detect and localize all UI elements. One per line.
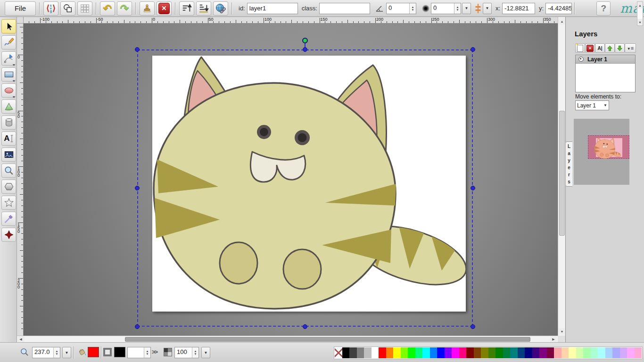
text-tool-button[interactable]: A — [1, 132, 16, 146]
path-tool-button[interactable] — [1, 51, 16, 66]
edit-source-button[interactable]: ⟨svg⟩ — [43, 1, 58, 16]
palette-swatch[interactable] — [393, 347, 401, 358]
panel-scroll-up-button[interactable]: ▲ — [637, 2, 643, 8]
align-dropdown-button[interactable]: ▼ — [483, 3, 492, 14]
palette-swatch[interactable] — [415, 347, 423, 358]
palette-swatch[interactable] — [452, 347, 459, 358]
zoom-dropdown-button[interactable]: ▼ — [62, 347, 71, 358]
palette-swatch[interactable] — [349, 347, 357, 358]
make-link-button[interactable] — [213, 1, 228, 16]
move-elements-select[interactable]: Layer 1 ▼ — [575, 100, 609, 110]
star-tool-button[interactable] — [1, 196, 16, 210]
palette-swatch[interactable] — [357, 347, 364, 358]
horizontal-scrollbar[interactable]: ◀ ▶ — [17, 336, 558, 342]
stroke-style-button[interactable]: >> — [152, 348, 157, 355]
connector-tool-button[interactable] — [1, 228, 16, 242]
angle-stepper[interactable]: ▲▼ — [409, 3, 416, 14]
rotate-handle[interactable] — [302, 38, 308, 43]
palette-swatch[interactable] — [518, 347, 525, 358]
scroll-left-button[interactable]: ◀ — [17, 337, 24, 342]
palette-swatch[interactable] — [422, 347, 430, 358]
new-layer-button[interactable]: ✦ — [575, 43, 585, 53]
palette-swatch[interactable] — [510, 347, 518, 358]
opacity-dropdown-button[interactable]: ▼ — [201, 347, 210, 358]
palette-swatch[interactable] — [495, 347, 503, 358]
shape-library-tool-button[interactable] — [1, 115, 16, 130]
zoom-level-input[interactable]: 237.0 ▲▼ — [32, 347, 60, 358]
blur-dropdown-button[interactable]: ▼ — [462, 3, 471, 14]
palette-swatch[interactable] — [620, 347, 627, 358]
scroll-right-button[interactable]: ▶ — [550, 337, 557, 342]
rectangle-tool-button[interactable] — [1, 67, 16, 82]
selection-handle-ne[interactable] — [471, 47, 475, 52]
angle-input[interactable]: 0 ▲▼ — [386, 3, 416, 14]
blur-input[interactable]: 0 ▲▼ — [431, 3, 461, 14]
raise-layer-button[interactable] — [605, 43, 615, 53]
class-input[interactable] — [319, 3, 370, 14]
canvas-workspace[interactable] — [24, 24, 558, 336]
palette-swatch[interactable] — [335, 347, 342, 358]
layer-menu-button[interactable]: ▼≡ — [625, 43, 636, 53]
palette-swatch[interactable] — [583, 347, 591, 358]
palette-swatch[interactable] — [364, 347, 372, 358]
move-to-bottom-button[interactable] — [196, 1, 211, 16]
file-menu-button[interactable]: File — [5, 1, 36, 16]
fill-color-swatch[interactable] — [88, 347, 99, 357]
move-to-top-button[interactable] — [179, 1, 194, 16]
image-tool-button[interactable] — [1, 148, 16, 162]
ellipse-tool-button[interactable] — [1, 83, 16, 98]
palette-swatch[interactable] — [554, 347, 561, 358]
palette-swatch[interactable] — [605, 347, 613, 358]
palette-swatch[interactable] — [612, 347, 620, 358]
blur-stepper[interactable]: ▲▼ — [454, 3, 461, 14]
palette-swatch[interactable] — [430, 347, 438, 358]
rename-layer-button[interactable]: A| — [595, 43, 605, 53]
palette-swatch[interactable] — [401, 347, 408, 358]
palette-swatch[interactable] — [408, 347, 415, 358]
palette-swatch[interactable] — [445, 347, 452, 358]
selection-handle-se[interactable] — [471, 324, 475, 329]
pencil-tool-button[interactable] — [1, 35, 16, 49]
vertical-scroll-thumb[interactable] — [559, 111, 565, 236]
help-button[interactable]: ? — [596, 1, 611, 16]
palette-swatch[interactable] — [561, 347, 569, 358]
eyedropper-tool-button[interactable] — [1, 212, 16, 226]
panel-scrollbar[interactable]: ▲ ▼ — [637, 1, 643, 26]
opacity-stepper[interactable]: ▲▼ — [192, 347, 198, 358]
palette-swatch[interactable] — [569, 347, 576, 358]
scroll-up-button[interactable]: ▲ — [559, 18, 565, 25]
selection-handle-n[interactable] — [303, 47, 307, 52]
selection-handle-s[interactable] — [303, 324, 307, 329]
zoom-tool-button[interactable] — [1, 164, 16, 178]
palette-swatch[interactable] — [539, 347, 547, 358]
palette-swatch[interactable] — [437, 347, 445, 358]
palette-swatch[interactable] — [488, 347, 496, 358]
stroke-width-stepper[interactable]: ▲▼ — [144, 347, 150, 358]
navigator-thumbnail[interactable] — [588, 135, 629, 159]
palette-swatch[interactable] — [386, 347, 394, 358]
palette-swatch[interactable] — [466, 347, 474, 358]
delete-button[interactable]: ✕ — [157, 1, 172, 16]
panel-scroll-down-button[interactable]: ▼ — [637, 19, 643, 25]
palette-swatch[interactable] — [342, 347, 350, 358]
select-tool-button[interactable] — [1, 19, 16, 33]
selection-handle-nw[interactable] — [135, 47, 140, 52]
palette-swatch[interactable] — [459, 347, 467, 358]
layer-visibility-icon[interactable] — [578, 57, 584, 62]
fhpath-tool-button[interactable] — [1, 99, 16, 114]
selection-handle-e[interactable] — [471, 186, 475, 190]
vertical-scrollbar[interactable]: ▲ ▼ — [558, 17, 565, 336]
y-input[interactable]: -4.42485 — [545, 3, 572, 14]
scroll-down-button[interactable]: ▼ — [559, 328, 565, 335]
palette-swatch[interactable] — [525, 347, 532, 358]
editor-preferences-button[interactable] — [77, 1, 92, 16]
palette-swatch[interactable] — [474, 347, 481, 358]
layer-row[interactable]: Layer 1 — [576, 55, 635, 64]
layers-side-tab[interactable]: Layers — [565, 141, 572, 187]
horizontal-scroll-thumb[interactable] — [125, 337, 530, 342]
palette-swatch[interactable] — [379, 347, 386, 358]
opacity-input[interactable]: 100 ▲▼ — [174, 347, 199, 358]
selection-handle-sw[interactable] — [135, 324, 140, 329]
zoom-stepper[interactable]: ▲▼ — [53, 347, 60, 358]
x-input[interactable]: -12.8821 — [502, 3, 535, 14]
